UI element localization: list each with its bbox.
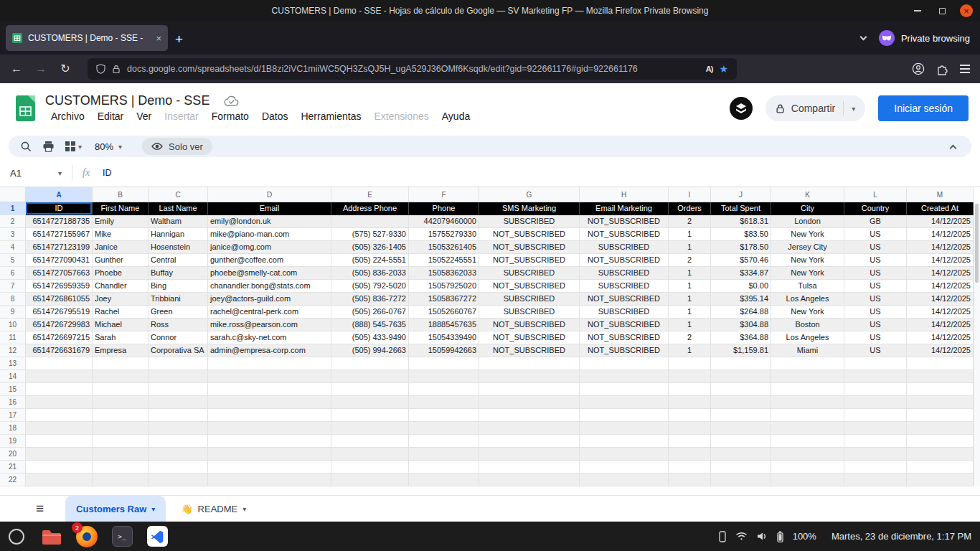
cell-F6[interactable]: 15058362033 (409, 267, 479, 280)
cell-E7[interactable]: (505) 792-5020 (331, 280, 409, 293)
cell-L3[interactable]: US (844, 228, 907, 241)
cell-K1[interactable]: City (771, 202, 844, 215)
cell-F19[interactable] (409, 435, 479, 448)
menu-extensiones[interactable]: Extensiones (368, 109, 434, 123)
cell-C12[interactable]: Corporativa SA (149, 344, 208, 357)
cell-I9[interactable]: 1 (669, 306, 711, 319)
cell-J8[interactable]: $395.14 (711, 293, 771, 306)
cell-H7[interactable]: SUBSCRIBED (580, 280, 669, 293)
cell-B22[interactable] (93, 474, 149, 486)
cell-F4[interactable]: 15053261405 (409, 241, 479, 254)
cell-L15[interactable] (844, 383, 907, 396)
cell-K4[interactable]: Jersey City (771, 241, 844, 254)
cell-G4[interactable]: NOT_SUBSCRIBED (479, 241, 580, 254)
cell-C14[interactable] (149, 370, 208, 383)
cell-I19[interactable] (669, 435, 711, 448)
collapse-toolbar-button[interactable] (951, 143, 960, 151)
cell-A12[interactable]: 6514726631679 (26, 344, 93, 357)
show-apps-button[interactable] (9, 529, 24, 545)
cell-C22[interactable] (149, 474, 208, 486)
cell-H8[interactable]: NOT_SUBSCRIBED (580, 293, 669, 306)
cell-E1[interactable]: Address Phone (331, 202, 409, 215)
cell-L5[interactable]: US (844, 254, 907, 267)
translate-icon[interactable]: A) (706, 65, 713, 73)
cell-E18[interactable] (331, 422, 409, 435)
cell-A14[interactable] (26, 370, 93, 383)
cell-K15[interactable] (771, 383, 844, 396)
cell-L7[interactable]: US (844, 280, 907, 293)
cell-F17[interactable] (409, 409, 479, 422)
cell-K22[interactable] (771, 474, 844, 486)
cell-B8[interactable]: Joey (93, 293, 149, 306)
back-button[interactable]: ← (7, 60, 26, 78)
cell-J16[interactable] (711, 396, 771, 409)
cell-I11[interactable]: 2 (669, 331, 711, 344)
cell-A19[interactable] (26, 435, 93, 448)
wifi-icon[interactable] (735, 532, 748, 541)
cell-A18[interactable] (26, 422, 93, 435)
cell-K3[interactable]: New York (771, 228, 844, 241)
cell-C16[interactable] (149, 396, 208, 409)
cell-J13[interactable] (711, 357, 771, 370)
row-header-22[interactable]: 22 (0, 474, 26, 486)
cell-L11[interactable]: US (844, 331, 907, 344)
bookmark-star-icon[interactable]: ★ (719, 63, 728, 75)
new-tab-button[interactable]: + (175, 32, 183, 46)
cell-M6[interactable]: 14/12/2025 (907, 267, 974, 280)
cell-M20[interactable] (907, 448, 974, 461)
row-header-9[interactable]: 9 (0, 306, 26, 319)
close-button[interactable]: × (960, 4, 973, 17)
cell-M14[interactable] (907, 370, 974, 383)
cell-E3[interactable]: (575) 527-9330 (331, 228, 409, 241)
cell-L20[interactable] (844, 448, 907, 461)
cell-C2[interactable]: Waltham (149, 215, 208, 228)
row-header-13[interactable]: 13 (0, 357, 26, 370)
cell-I13[interactable] (669, 357, 711, 370)
cell-H9[interactable]: SUBSCRIBED (580, 306, 669, 319)
cell-A15[interactable] (26, 383, 93, 396)
cell-A11[interactable]: 6514726697215 (26, 331, 93, 344)
row-header-18[interactable]: 18 (0, 422, 26, 435)
cell-F12[interactable]: 15059942663 (409, 344, 479, 357)
cell-D14[interactable] (208, 370, 331, 383)
cell-H5[interactable]: NOT_SUBSCRIBED (580, 254, 669, 267)
cell-I8[interactable]: 1 (669, 293, 711, 306)
cell-L2[interactable]: GB (844, 215, 907, 228)
cell-F8[interactable]: 15058367272 (409, 293, 479, 306)
cell-J17[interactable] (711, 409, 771, 422)
cell-F3[interactable]: 15755279330 (409, 228, 479, 241)
cell-J7[interactable]: $0.00 (711, 280, 771, 293)
forward-button[interactable]: → (32, 60, 50, 78)
cell-G21[interactable] (479, 461, 580, 474)
cell-B6[interactable]: Phoebe (93, 267, 149, 280)
sheet-tab-caret-icon[interactable]: ▾ (151, 505, 155, 513)
cell-H11[interactable]: NOT_SUBSCRIBED (580, 331, 669, 344)
cell-B4[interactable]: Janice (93, 241, 149, 254)
cell-G16[interactable] (479, 396, 580, 409)
menu-ver[interactable]: Ver (131, 109, 157, 123)
cell-M1[interactable]: Created At (907, 202, 974, 215)
cell-H19[interactable] (580, 435, 669, 448)
cell-J5[interactable]: $570.46 (711, 254, 771, 267)
sheet-tab-readme[interactable]: 👋README▾ (170, 496, 257, 522)
cell-L13[interactable] (844, 357, 907, 370)
cell-D4[interactable]: janice@omg.com (208, 241, 331, 254)
cell-B16[interactable] (93, 396, 149, 409)
row-header-17[interactable]: 17 (0, 409, 26, 422)
cell-C19[interactable] (149, 435, 208, 448)
lock-icon[interactable] (112, 65, 121, 74)
cell-J20[interactable] (711, 448, 771, 461)
cell-E20[interactable] (331, 448, 409, 461)
grid-view-icon[interactable]: ▾ (65, 141, 82, 152)
cell-L22[interactable] (844, 474, 907, 486)
reload-button[interactable]: ↻ (56, 60, 75, 78)
menu-herramientas[interactable]: Herramientas (295, 109, 367, 123)
cell-M11[interactable]: 14/12/2025 (907, 331, 974, 344)
cell-C3[interactable]: Hannigan (149, 228, 208, 241)
row-header-2[interactable]: 2 (0, 215, 26, 228)
cell-G5[interactable]: NOT_SUBSCRIBED (479, 254, 580, 267)
cell-G18[interactable] (479, 422, 580, 435)
row-header-12[interactable]: 12 (0, 344, 26, 357)
row-header-14[interactable]: 14 (0, 370, 26, 383)
cell-C17[interactable] (149, 409, 208, 422)
